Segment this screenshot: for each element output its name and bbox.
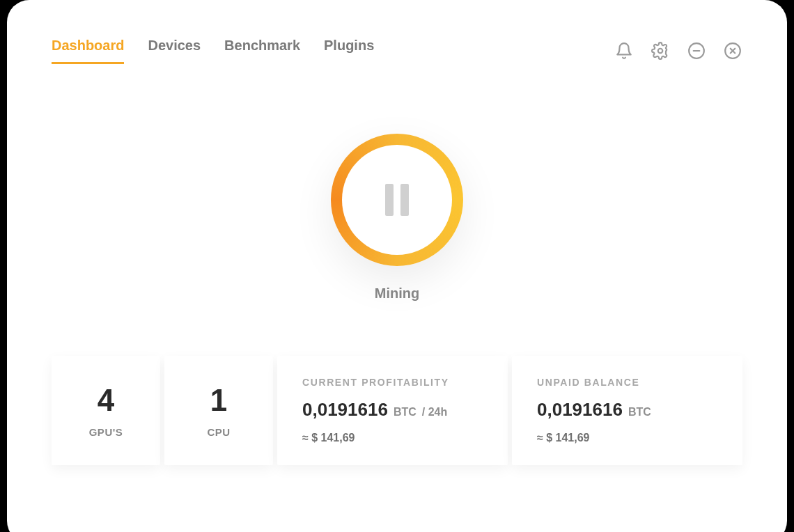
tab-bar: Dashboard Devices Benchmark Plugins xyxy=(52,38,374,64)
header: Dashboard Devices Benchmark Plugins xyxy=(52,38,742,64)
tab-devices[interactable]: Devices xyxy=(148,38,201,64)
minimize-icon[interactable] xyxy=(687,41,706,61)
profitability-unit: BTC xyxy=(394,406,417,418)
close-icon[interactable] xyxy=(723,41,742,61)
card-profitability: CURRENT PROFITABILITY 0,0191616 BTC / 24… xyxy=(277,356,508,465)
profitability-amount: 0,0191616 xyxy=(302,399,388,421)
profitability-approx: ≈ $ 141,69 xyxy=(302,432,483,444)
tab-benchmark[interactable]: Benchmark xyxy=(224,38,300,64)
app-content: Dashboard Devices Benchmark Plugins xyxy=(7,0,787,532)
profitability-period: / 24h xyxy=(422,406,447,418)
profitability-main: 0,0191616 BTC / 24h xyxy=(302,399,483,421)
tab-dashboard[interactable]: Dashboard xyxy=(52,38,124,64)
balance-approx: ≈ $ 141,69 xyxy=(537,432,717,444)
cpu-label: CPU xyxy=(207,426,230,438)
balance-title: UNPAID BALANCE xyxy=(537,377,717,388)
card-balance: UNPAID BALANCE 0,0191616 BTC ≈ $ 141,69 xyxy=(512,356,742,465)
gpu-label: GPU'S xyxy=(89,426,123,438)
card-gpus: 4 GPU'S xyxy=(52,356,160,465)
cpu-count: 1 xyxy=(210,383,227,418)
stats-row: 4 GPU'S 1 CPU CURRENT PROFITABILITY 0,01… xyxy=(52,356,742,465)
gpu-count: 4 xyxy=(98,383,114,418)
bell-icon[interactable] xyxy=(614,41,634,61)
balance-main: 0,0191616 BTC xyxy=(537,399,717,421)
balance-amount: 0,0191616 xyxy=(537,399,623,421)
mining-status-label: Mining xyxy=(375,285,419,302)
app-window: Dashboard Devices Benchmark Plugins xyxy=(7,0,787,532)
header-actions xyxy=(614,41,742,61)
mining-inner xyxy=(342,145,452,255)
card-cpu: 1 CPU xyxy=(164,356,273,465)
balance-unit: BTC xyxy=(628,406,651,418)
mining-toggle-button[interactable] xyxy=(331,134,463,266)
svg-point-0 xyxy=(658,49,663,54)
gear-icon[interactable] xyxy=(651,41,670,61)
profitability-title: CURRENT PROFITABILITY xyxy=(302,377,483,388)
mining-section: Mining xyxy=(52,134,742,302)
tab-plugins[interactable]: Plugins xyxy=(324,38,374,64)
pause-icon xyxy=(385,184,409,216)
